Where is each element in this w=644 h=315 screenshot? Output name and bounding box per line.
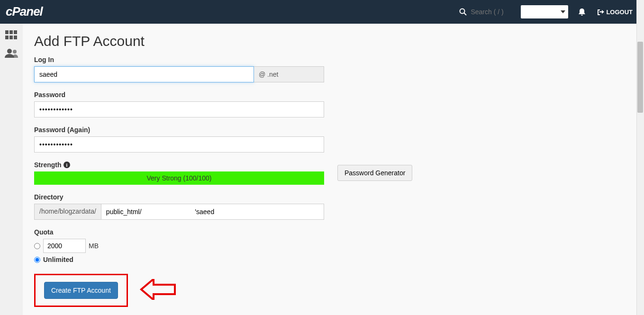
caret-down-icon	[561, 10, 565, 13]
grid-icon	[5, 30, 18, 40]
left-sidebar	[0, 24, 23, 58]
password-again-group: Password (Again)	[34, 126, 633, 153]
users-icon	[5, 48, 18, 58]
notifications-button[interactable]	[572, 0, 592, 24]
quota-unlimited-label: Unlimited	[43, 256, 73, 263]
account-dropdown[interactable]	[521, 5, 568, 18]
directory-label: Directory	[34, 193, 633, 201]
svg-rect-5	[14, 30, 17, 34]
login-group: Log In @ .net	[34, 56, 633, 82]
logout-label: LOGOUT	[606, 9, 633, 16]
svg-rect-3	[5, 30, 9, 34]
logout-button[interactable]: LOGOUT	[592, 9, 638, 16]
svg-point-9	[7, 49, 12, 54]
annotation-highlight-box: Create FTP Account	[34, 274, 128, 307]
svg-text:cPanel: cPanel	[6, 5, 44, 18]
svg-rect-6	[5, 36, 9, 39]
quota-label: Quota	[34, 228, 633, 236]
info-icon[interactable]: i	[63, 162, 70, 168]
directory-group: Directory /home/blogzardata/	[34, 193, 633, 220]
svg-point-1	[460, 9, 465, 14]
password-label: Password	[34, 91, 633, 99]
password-generator-button[interactable]: Password Generator	[337, 165, 412, 181]
quota-unlimited-radio[interactable]	[34, 257, 40, 263]
search-input[interactable]	[471, 8, 513, 16]
password-group: Password	[34, 91, 633, 117]
strength-group: Strength i Very Strong (100/100) Passwor…	[34, 161, 633, 185]
create-ftp-account-button[interactable]: Create FTP Account	[44, 282, 118, 299]
strength-text: Very Strong (100/100)	[147, 174, 212, 182]
browser-scrollbar[interactable]	[636, 0, 644, 315]
annotation-arrow	[139, 279, 177, 300]
scrollbar-thumb[interactable]	[637, 42, 643, 113]
top-navbar: cPanel LOGOUT	[0, 0, 644, 24]
quota-unit: MB	[89, 242, 99, 250]
bell-icon	[578, 8, 586, 16]
domain-addon: @ .net	[254, 66, 324, 82]
page-title: Add FTP Account	[34, 33, 633, 49]
password-again-input[interactable]	[34, 136, 324, 153]
login-label: Log In	[34, 56, 633, 63]
svg-point-10	[13, 50, 17, 54]
main-content: Add FTP Account Log In @ .net Password P…	[23, 24, 644, 315]
quota-input[interactable]	[43, 239, 86, 253]
svg-text:i: i	[66, 162, 67, 168]
svg-rect-4	[9, 30, 13, 34]
password-input[interactable]	[34, 101, 324, 117]
home-grid-button[interactable]	[5, 30, 18, 40]
search-area	[459, 8, 513, 16]
strength-bar: Very Strong (100/100)	[34, 171, 324, 185]
user-manager-button[interactable]	[5, 48, 18, 58]
quota-group: Quota MB Unlimited	[34, 228, 633, 263]
svg-rect-7	[9, 36, 13, 39]
login-input[interactable]	[34, 66, 254, 82]
search-icon[interactable]	[459, 8, 467, 16]
directory-input[interactable]	[101, 204, 324, 220]
svg-line-2	[464, 13, 467, 16]
strength-label: Strength	[34, 161, 62, 169]
logout-icon	[598, 9, 604, 15]
password-again-label: Password (Again)	[34, 126, 633, 134]
directory-prefix: /home/blogzardata/	[34, 204, 101, 220]
svg-rect-8	[14, 36, 17, 39]
cpanel-logo[interactable]: cPanel	[6, 5, 58, 18]
quota-limited-radio[interactable]	[34, 243, 40, 249]
